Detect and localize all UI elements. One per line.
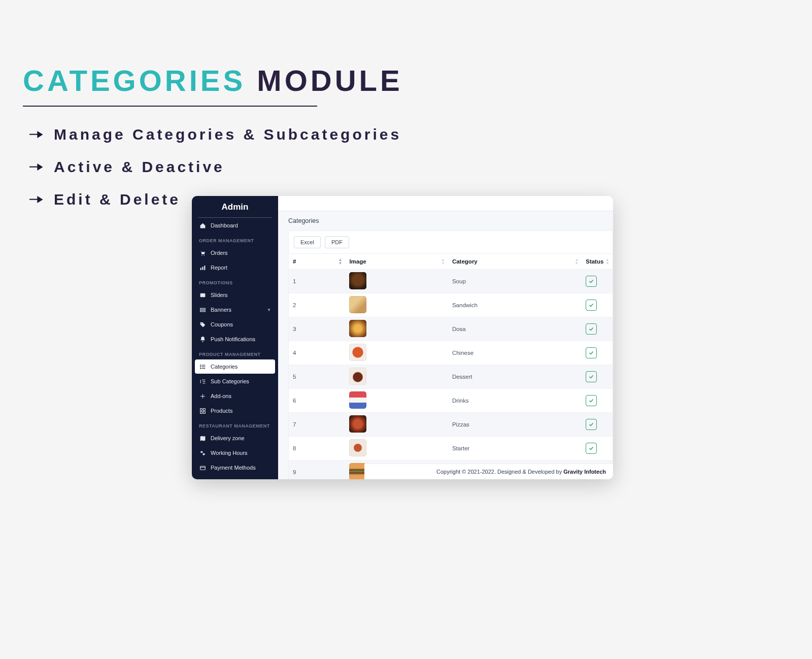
sidebar-nav: DashboardORDER MANAGEMENTOrdersReportPRO… bbox=[195, 218, 275, 475]
row-category: Drinks bbox=[448, 389, 582, 413]
sidebar-item-categories[interactable]: Categories bbox=[195, 359, 275, 374]
status-toggle[interactable] bbox=[586, 323, 597, 335]
sidebar-item-label: Sliders bbox=[211, 292, 228, 298]
footer-link[interactable]: Gravity Infotech bbox=[563, 469, 606, 475]
footer-text: Copyright © 2021-2022. Designed & Develo… bbox=[436, 469, 563, 475]
table-row: 4Chinese bbox=[289, 341, 613, 365]
arrow-icon bbox=[29, 162, 44, 172]
plus-icon bbox=[199, 392, 206, 400]
svg-point-11 bbox=[200, 322, 201, 323]
row-image-cell bbox=[345, 293, 448, 317]
status-toggle[interactable] bbox=[586, 395, 597, 406]
sort-icon: ▲▼ bbox=[338, 258, 342, 265]
sidebar-item-label: Banners bbox=[211, 307, 231, 313]
sidebar-item-label: Push Notifications bbox=[211, 336, 255, 342]
chart-icon bbox=[199, 264, 206, 271]
svg-rect-26 bbox=[203, 408, 205, 410]
page-title-secondary: MODULE bbox=[257, 64, 402, 97]
sidebar-item-report[interactable]: Report bbox=[195, 260, 275, 275]
sidebar-item-delivery-zone[interactable]: Delivery zone bbox=[195, 431, 275, 445]
sidebar-item-sub-categories[interactable]: Sub Categories bbox=[195, 374, 275, 388]
status-toggle[interactable] bbox=[586, 300, 597, 311]
category-thumbnail bbox=[349, 391, 366, 409]
row-image-cell bbox=[345, 317, 448, 341]
row-category: Chinese bbox=[448, 341, 582, 365]
sidebar-item-dashboard[interactable]: Dashboard bbox=[195, 218, 275, 233]
svg-point-3 bbox=[201, 255, 202, 256]
svg-point-17 bbox=[200, 366, 200, 367]
row-category: Pizzas bbox=[448, 413, 582, 437]
row-image-cell bbox=[345, 341, 448, 365]
status-toggle[interactable] bbox=[586, 443, 597, 454]
row-index: 3 bbox=[289, 317, 345, 341]
sidebar-item-push-notifications[interactable]: Push Notifications bbox=[195, 332, 275, 346]
row-image-cell bbox=[345, 270, 448, 293]
sidebar-item-sliders[interactable]: Sliders bbox=[195, 288, 275, 302]
sidebar-item-label: Payment Methods bbox=[211, 465, 256, 471]
card-icon bbox=[199, 464, 206, 471]
status-toggle[interactable] bbox=[586, 276, 597, 287]
svg-rect-29 bbox=[200, 466, 205, 470]
table-row: 1Soup bbox=[289, 270, 613, 293]
sidebar-item-add-ons[interactable]: Add-ons bbox=[195, 389, 275, 403]
category-thumbnail bbox=[349, 415, 366, 433]
svg-rect-7 bbox=[204, 266, 205, 270]
sublist-icon bbox=[199, 378, 206, 385]
status-toggle[interactable] bbox=[586, 419, 597, 430]
column-header[interactable]: Category▲▼ bbox=[448, 254, 582, 270]
row-index: 7 bbox=[289, 413, 345, 437]
svg-rect-0 bbox=[29, 134, 38, 135]
page-title: CATEGORIES MODULE bbox=[23, 63, 403, 97]
row-status-cell bbox=[582, 317, 613, 341]
category-thumbnail bbox=[349, 344, 366, 361]
row-image-cell bbox=[345, 365, 448, 389]
row-category: Starter bbox=[448, 437, 582, 460]
sidebar-item-label: Delivery zone bbox=[211, 435, 245, 441]
row-status-cell bbox=[582, 437, 613, 460]
list-icon bbox=[199, 363, 206, 370]
column-header[interactable]: Image▲▼ bbox=[345, 254, 448, 270]
sidebar-item-products[interactable]: Products bbox=[195, 404, 275, 418]
category-thumbnail bbox=[349, 368, 366, 385]
sidebar-item-label: Products bbox=[211, 408, 232, 414]
sidebar-item-coupons[interactable]: Coupons bbox=[195, 317, 275, 332]
row-index: 1 bbox=[289, 270, 345, 293]
table-row: 3Dosa bbox=[289, 317, 613, 341]
row-index: 9 bbox=[289, 460, 345, 480]
breadcrumb: Categories bbox=[278, 211, 613, 229]
sidebar-section-title: PROMOTIONS bbox=[195, 275, 275, 287]
sidebar-item-working-hours[interactable]: Working Hours bbox=[195, 446, 275, 460]
footer: Copyright © 2021-2022. Designed & Develo… bbox=[364, 464, 613, 479]
sidebar-item-payment-methods[interactable]: Payment Methods bbox=[195, 460, 275, 475]
status-toggle[interactable] bbox=[586, 347, 597, 358]
cart-icon bbox=[199, 249, 206, 256]
row-status-cell bbox=[582, 341, 613, 365]
row-image-cell bbox=[345, 413, 448, 437]
excel-export-button[interactable]: Excel bbox=[294, 236, 321, 248]
sidebar-item-label: Add-ons bbox=[211, 393, 231, 399]
row-index: 2 bbox=[289, 293, 345, 317]
pdf-export-button[interactable]: PDF bbox=[325, 236, 349, 248]
row-image-cell bbox=[345, 437, 448, 460]
sidebar-item-orders[interactable]: Orders bbox=[195, 246, 275, 260]
sidebar-item-banners[interactable]: Banners▼ bbox=[195, 303, 275, 317]
status-toggle[interactable] bbox=[586, 371, 597, 382]
sidebar-item-label: Dashboard bbox=[211, 222, 238, 228]
column-header[interactable]: Status▲▼ bbox=[582, 254, 613, 270]
row-status-cell bbox=[582, 365, 613, 389]
row-index: 8 bbox=[289, 437, 345, 460]
table-row: 8Starter bbox=[289, 437, 613, 460]
clock-icon bbox=[199, 449, 206, 456]
row-index: 5 bbox=[289, 365, 345, 389]
sidebar-section-title: ORDER MANAGEMENT bbox=[195, 233, 275, 245]
column-header[interactable]: #▲▼ bbox=[289, 254, 345, 270]
banners-icon bbox=[199, 306, 206, 313]
sidebar-item-label: Coupons bbox=[211, 321, 233, 327]
sidebar-item-label: Categories bbox=[211, 364, 238, 370]
svg-rect-27 bbox=[200, 411, 202, 413]
svg-point-4 bbox=[204, 255, 205, 256]
svg-rect-10 bbox=[200, 310, 205, 311]
category-thumbnail bbox=[349, 439, 366, 456]
sort-icon: ▲▼ bbox=[441, 258, 445, 265]
app-window: Admin DashboardORDER MANAGEMENTOrdersRep… bbox=[192, 196, 613, 479]
